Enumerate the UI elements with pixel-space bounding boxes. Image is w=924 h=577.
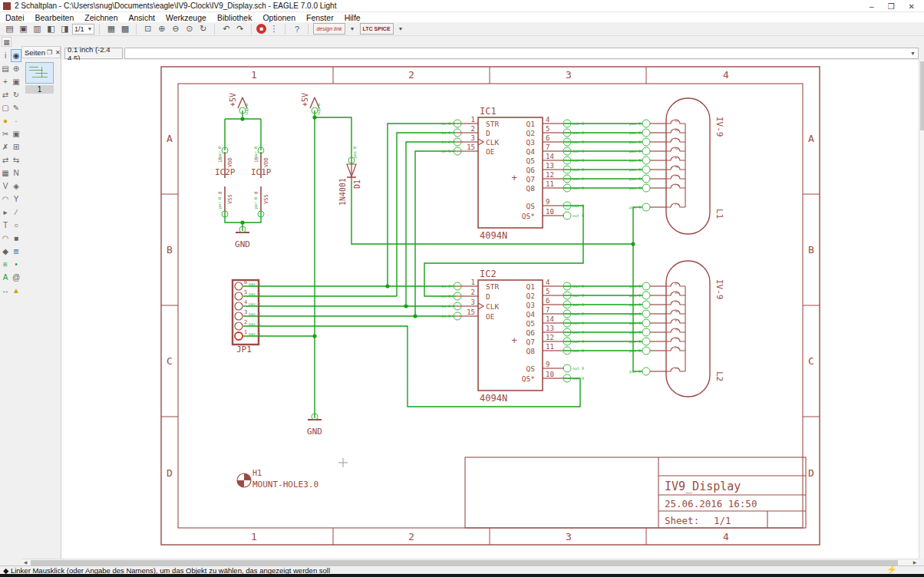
value-tool[interactable]: V xyxy=(0,180,11,193)
layer-settings-icon[interactable]: ▩ xyxy=(118,23,131,35)
ltspice-dropdown-icon[interactable]: ▼ xyxy=(394,23,408,35)
page-thumbnail[interactable] xyxy=(25,62,54,84)
info-tool[interactable]: i xyxy=(0,49,11,62)
dimension-tool[interactable]: ↔ xyxy=(0,284,11,297)
help-icon[interactable]: ? xyxy=(290,23,303,35)
sheet-select-combo[interactable]: 1/1▼ xyxy=(72,24,94,35)
text-tool[interactable]: T xyxy=(0,219,11,232)
group-tool[interactable]: ▢ xyxy=(0,101,11,114)
circle-tool[interactable]: ○ xyxy=(11,219,21,232)
rect-tool[interactable]: ■ xyxy=(11,232,21,245)
optimize-tool[interactable]: ∙ xyxy=(11,114,21,127)
bus-tool[interactable]: ≣ xyxy=(11,245,21,258)
label-tool[interactable]: A xyxy=(0,271,11,284)
zoom-out-icon[interactable]: ⊖ xyxy=(169,23,182,35)
menu-datei[interactable]: Datei xyxy=(0,13,30,22)
vertical-scrollbar[interactable] xyxy=(919,60,924,559)
display-tool[interactable]: ▤ xyxy=(0,62,11,75)
smash-tool[interactable]: ◈ xyxy=(11,180,21,193)
erc-tool[interactable]: ▲ xyxy=(11,284,21,297)
rotate-tool[interactable]: ↻ xyxy=(11,88,21,101)
paint-tool[interactable]: ● xyxy=(0,114,11,127)
show-tool[interactable]: ◉ xyxy=(11,49,21,62)
copy-tool[interactable]: ▣ xyxy=(11,75,21,88)
restore-button[interactable]: ❐ xyxy=(888,2,895,11)
grid-icon[interactable]: ▦ xyxy=(104,23,117,35)
zoom-in-icon[interactable]: ⊕ xyxy=(155,23,168,35)
svg-text:pwr 0: pwr 0 xyxy=(217,147,223,158)
open-icon[interactable]: ▤ xyxy=(3,23,16,35)
menu-fenster[interactable]: Fenster xyxy=(301,13,339,22)
name-tool[interactable]: N xyxy=(11,167,21,180)
pinswap-tool[interactable]: ⇄ xyxy=(0,153,11,167)
menu-werkzeuge[interactable]: Werkzeuge xyxy=(160,13,212,22)
tool-palette: i◉▤⊕+▣⇄↻▢✎●∙✂▣✗⊞⇄⇆▦NV◈◠Y▸∕T○◠■◆≣≡•A@↔▲ xyxy=(0,49,21,297)
component-l1[interactable]: IV-9L1pas 09pas 08pas 07pas 06pas 05pas … xyxy=(629,98,724,234)
net-tool[interactable]: ≡ xyxy=(0,258,11,271)
mirror-tool[interactable]: ⇄ xyxy=(0,88,11,101)
menu-optionen[interactable]: Optionen xyxy=(257,13,301,22)
power-symbols[interactable]: +5Vsup 0+5Vsup 0GNDGND16VDD8VSSpwr 0pwr … xyxy=(215,93,322,437)
wire-tool[interactable]: ∕ xyxy=(11,206,21,219)
schematic-canvas[interactable]: 11223344AABBCCDDIV9_Display25.06.2016 16… xyxy=(61,60,919,559)
split-tool[interactable]: Y xyxy=(11,193,21,206)
move-tool[interactable]: + xyxy=(0,75,11,88)
attribute-tool[interactable]: @ xyxy=(11,271,21,284)
zoom-redraw-icon[interactable]: ↻ xyxy=(196,23,210,35)
change-tool[interactable]: ✎ xyxy=(11,101,21,114)
menu-bearbeiten[interactable]: Bearbeiten xyxy=(30,13,80,22)
close-button[interactable]: ✕ xyxy=(909,2,915,11)
command-input[interactable] xyxy=(125,49,908,58)
stop-icon[interactable]: ■ xyxy=(256,24,266,34)
menu-ansicht[interactable]: Ansicht xyxy=(124,13,160,22)
svg-text:C: C xyxy=(808,355,814,367)
cam-processor-icon[interactable]: ◧ xyxy=(45,23,58,35)
menu-hilfe[interactable]: Hilfe xyxy=(339,13,366,22)
menu-zeichnen[interactable]: Zeichnen xyxy=(79,13,123,22)
save-icon[interactable]: ▣ xyxy=(17,23,30,35)
arc-tool[interactable]: ◠ xyxy=(0,232,11,245)
replace-tool[interactable]: ▦ xyxy=(0,167,11,180)
ltspice-button[interactable]: LTC SPICE xyxy=(360,23,394,35)
svg-text:JP1: JP1 xyxy=(236,345,252,354)
gateswap-tool[interactable]: ⇆ xyxy=(11,153,21,167)
polygon-tool[interactable]: ◆ xyxy=(0,245,11,258)
miter-tool[interactable]: ◠ xyxy=(0,193,11,206)
minimize-button[interactable]: – xyxy=(870,2,874,11)
mark-tool[interactable]: ⊕ xyxy=(11,62,21,75)
cut-tool[interactable]: ✂ xyxy=(0,127,11,140)
component-jp1[interactable]: 6pas 05pas 04pas 03pas 02pas 01pas 0JP1 xyxy=(233,279,260,354)
component-l2[interactable]: IV-9L2pas 09pas 08pas 07pas 06pas 05pas … xyxy=(629,261,724,397)
scroll-left-icon[interactable]: ◀ xyxy=(21,559,29,565)
component-d1[interactable]: pas 01N4001D1 xyxy=(338,147,361,206)
component-ic2[interactable]: IC24094N+1in 0STR2in 0D3in 0CLK15in 0OE4… xyxy=(441,269,584,404)
add-tool[interactable]: ⊞ xyxy=(11,140,21,153)
menu-bibliothek[interactable]: Bibliothek xyxy=(212,13,258,22)
traffic-light-icon[interactable]: ⋮ xyxy=(267,23,280,35)
scroll-right-icon[interactable]: ▶ xyxy=(911,559,919,565)
eagle-tray-icon[interactable]: ⚡ xyxy=(886,565,896,574)
float-panel-icon[interactable]: ❐ xyxy=(45,49,54,56)
invoke-tool[interactable]: ▸ xyxy=(0,206,11,219)
net-wires[interactable] xyxy=(225,110,642,418)
svg-text:4: 4 xyxy=(674,165,679,168)
grid-dock-icon[interactable]: ▦ xyxy=(2,37,12,47)
zoom-fit-icon[interactable]: ⊡ xyxy=(141,23,154,35)
scrollbar-thumb[interactable] xyxy=(31,560,898,565)
delete-tool[interactable]: ✗ xyxy=(0,140,11,153)
horizontal-scrollbar[interactable]: ◀ ▶ xyxy=(21,559,919,565)
undo-icon[interactable]: ↶ xyxy=(219,23,233,35)
component-h1[interactable]: H1MOUNT-HOLE3.0 xyxy=(237,469,318,490)
command-dropdown-icon[interactable]: ▼ xyxy=(908,51,918,56)
redo-icon[interactable]: ↷ xyxy=(233,23,246,35)
zoom-select-icon[interactable]: ⊙ xyxy=(183,23,196,35)
paste-tool[interactable]: ▣ xyxy=(11,127,21,140)
page-number-label[interactable]: 1 xyxy=(25,85,54,94)
component-ic1[interactable]: IC14094N+1in 0STR2in 0D3in 0CLK15in 0OE4… xyxy=(441,106,584,241)
designlink-dropdown-icon[interactable]: ▼ xyxy=(346,23,359,35)
close-panel-icon[interactable]: ✕ xyxy=(54,49,62,56)
print-icon[interactable]: ▥ xyxy=(31,23,44,35)
junction-tool[interactable]: • xyxy=(11,258,21,271)
designlink-button[interactable]: design link xyxy=(313,23,345,35)
board-icon[interactable]: ◨ xyxy=(58,23,71,35)
